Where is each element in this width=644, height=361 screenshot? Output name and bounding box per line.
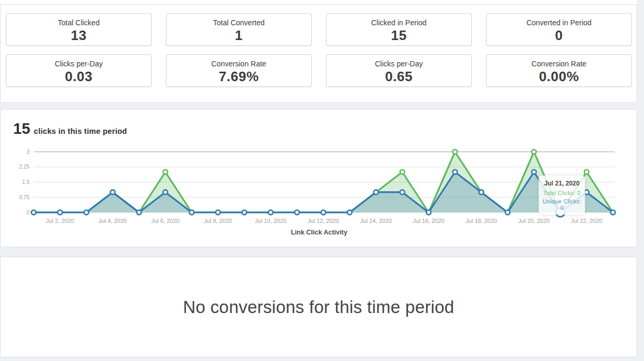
chart-panel: 15 clicks in this time period 00.751.52.… — [0, 109, 637, 247]
svg-text:3: 3 — [26, 149, 29, 155]
svg-text:0: 0 — [26, 210, 29, 216]
chart-tooltip: Jul 21, 2020 Total Clicks: 0 Unique Clic… — [539, 175, 585, 214]
stat-card-total-converted: Total Converted 1 — [166, 13, 312, 46]
chart-title-text: clicks in this time period — [34, 127, 127, 135]
conversions-panel: No conversions for this time period — [0, 257, 637, 357]
stat-label: Clicks per-Day — [6, 60, 151, 68]
svg-text:Jul 18, 2020: Jul 18, 2020 — [465, 218, 497, 224]
stat-card-conversion-rate-total: Conversion Rate 7.69% — [166, 54, 312, 87]
svg-text:Jul 20, 2020: Jul 20, 2020 — [518, 218, 550, 224]
chart-click-count: 15 — [13, 120, 30, 138]
stat-value: 1 — [166, 27, 311, 44]
top-edge — [0, 0, 637, 4]
stat-label: Total Clicked — [6, 18, 151, 27]
svg-text:Jul 2, 2020: Jul 2, 2020 — [46, 218, 74, 224]
stat-value: 0.65 — [326, 69, 471, 85]
tooltip-date: Jul 21, 2020 — [541, 180, 583, 187]
stat-card-total-clicked: Total Clicked 13 — [6, 13, 152, 46]
stat-card-clicked-in-period: Clicked in Period 15 — [326, 13, 472, 46]
stat-card-clicks-per-day-period: Clicks per-Day 0.65 — [326, 54, 472, 87]
stat-value: 13 — [6, 27, 151, 44]
stat-label: Clicks per-Day — [326, 60, 471, 68]
stat-label: Total Converted — [166, 18, 311, 27]
no-conversions-message: No conversions for this time period — [183, 297, 454, 317]
stat-card-converted-in-period: Converted in Period 0 — [486, 13, 632, 46]
stat-label: Conversion Rate — [487, 60, 631, 68]
stat-card-clicks-per-day-total: Clicks per-Day 0.03 — [6, 54, 152, 87]
tooltip-unique-clicks: Unique Clicks: 0 — [541, 198, 583, 211]
svg-text:Jul 16, 2020: Jul 16, 2020 — [413, 218, 444, 224]
svg-text:2.25: 2.25 — [19, 164, 30, 170]
svg-text:Jul 6, 2020: Jul 6, 2020 — [151, 218, 180, 224]
svg-text:0.75: 0.75 — [19, 194, 30, 200]
stat-value: 7.69% — [166, 69, 311, 85]
stat-label: Clicked in Period — [326, 18, 471, 27]
stat-value: 0 — [487, 27, 631, 44]
chart-axis-title: Link Click Activity — [1, 229, 638, 236]
chart-title: 15 clicks in this time period — [13, 120, 127, 138]
svg-text:1.5: 1.5 — [22, 179, 29, 185]
svg-text:Jul 8, 2020: Jul 8, 2020 — [204, 218, 232, 224]
svg-text:Jul 22, 2020: Jul 22, 2020 — [571, 218, 602, 224]
stat-label: Conversion Rate — [166, 60, 311, 68]
svg-text:Jul 14, 2020: Jul 14, 2020 — [360, 218, 392, 224]
svg-text:Jul 10, 2020: Jul 10, 2020 — [255, 218, 286, 224]
svg-text:Jul 12, 2020: Jul 12, 2020 — [308, 218, 339, 224]
stat-value: 15 — [326, 27, 471, 44]
stat-card-conversion-rate-period: Conversion Rate 0.00% — [486, 54, 632, 87]
stat-value: 0.03 — [6, 69, 151, 85]
stat-label: Converted in Period — [487, 18, 631, 27]
stats-panel: Total Clicked 13 Total Converted 1 Click… — [0, 4, 637, 103]
stat-value: 0.00% — [487, 69, 631, 85]
svg-text:Jul 4, 2020: Jul 4, 2020 — [98, 218, 127, 224]
tooltip-total-clicks: Total Clicks: 0 — [541, 190, 583, 196]
